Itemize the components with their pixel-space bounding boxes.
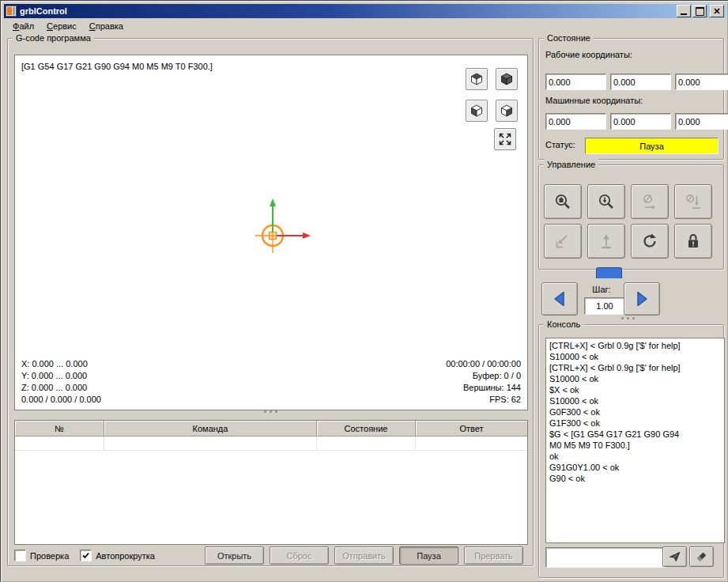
gcode-table: № Команда Состояние Ответ — [14, 420, 528, 545]
console-line: ok — [549, 451, 721, 462]
unlock-button[interactable] — [674, 224, 712, 259]
cube-top-icon — [470, 72, 484, 86]
control-group-title: Управление — [544, 159, 598, 170]
view-front-button[interactable] — [466, 100, 488, 122]
control-group: Управление — [538, 164, 724, 270]
viewport-table-splitter[interactable] — [8, 410, 533, 413]
send-icon — [668, 549, 681, 565]
minimize-icon — [681, 13, 687, 15]
clear-console-button[interactable] — [689, 546, 714, 567]
console-line: [CTRL+X] < Grbl 0.9g ['$' for help] — [549, 340, 721, 351]
console-line: $G < [G1 G54 G17 G21 G90 G94 — [549, 429, 721, 440]
cube-side-icon — [500, 104, 514, 118]
status-label: Статус: — [545, 140, 575, 149]
check-mode-label: Проверка — [30, 551, 69, 561]
minimize-button[interactable] — [677, 5, 691, 17]
view-top-button[interactable] — [466, 68, 488, 90]
safe-position-icon — [597, 232, 616, 251]
panel-splitter-dots[interactable] — [609, 317, 646, 319]
reset-file-button[interactable]: Сброс — [270, 546, 329, 565]
console-group-title: Консоль — [544, 319, 583, 330]
send-file-button[interactable]: Отправить — [334, 546, 394, 565]
title-bar[interactable]: grblControl — [4, 4, 726, 18]
col-header-response: Ответ — [416, 421, 527, 436]
stat-y-range: Y: 0.000 ... 0.000 — [21, 370, 101, 382]
machine-coords-label: Машинные координаты: — [545, 96, 643, 105]
autoscroll-checkbox[interactable]: Автопрокрутка — [80, 550, 155, 561]
check-icon — [81, 551, 90, 560]
viewport-stats-left: X: 0.000 ... 0.000 Y: 0.000 ... 0.000 Z:… — [21, 358, 101, 406]
zero-xy-button[interactable] — [631, 184, 669, 219]
console-line: $X < ok — [549, 384, 721, 395]
state-group-title: Состояние — [544, 32, 594, 43]
stat-vertices: Вершины: 144 — [446, 382, 521, 394]
z-probe-search-icon — [597, 192, 616, 211]
zero-z-button[interactable] — [674, 184, 712, 219]
col-header-state: Состояние — [317, 421, 416, 436]
restore-origin-icon — [553, 232, 572, 251]
view-buttons — [466, 68, 516, 122]
table-row[interactable] — [15, 436, 527, 451]
jog-right-icon — [632, 289, 652, 309]
close-button[interactable] — [710, 5, 724, 17]
console-line: S10000 < ok — [549, 351, 721, 362]
parser-state-text: [G1 G54 G17 G21 G90 G94 M0 M5 M9 T0 F300… — [21, 62, 213, 71]
control-buttons — [544, 184, 712, 259]
menu-service[interactable]: Сервис — [40, 20, 83, 33]
home-button[interactable] — [544, 184, 582, 219]
view-side-button[interactable] — [496, 100, 518, 122]
console-log[interactable]: [CTRL+X] < Grbl 0.9g ['$' for help] S100… — [545, 338, 725, 543]
machine-y-field — [610, 113, 671, 130]
work-y-field — [610, 74, 671, 90]
console-group: Консоль [CTRL+X] < Grbl 0.9g ['$' for he… — [538, 324, 724, 578]
abort-button[interactable]: Прервать — [464, 546, 523, 565]
restore-origin-button[interactable] — [544, 224, 582, 259]
reset-icon — [640, 232, 659, 251]
work-coords-row — [545, 74, 728, 90]
app-icon[interactable] — [6, 6, 17, 17]
work-z-field — [675, 74, 728, 90]
zero-z-icon — [684, 192, 703, 211]
checkbox-box-checked — [80, 550, 92, 561]
fit-view-button[interactable] — [494, 128, 516, 150]
gcode-bottom-bar: Проверка Автопрокрутка Открыть Сброс Отп… — [14, 546, 526, 565]
jog-left-button[interactable] — [541, 282, 578, 316]
command-input[interactable] — [545, 547, 666, 568]
window-controls — [677, 5, 724, 17]
state-group: Состояние Рабочие координаты: Машинные к… — [538, 38, 724, 160]
gcode-3d-viewport[interactable]: [G1 G54 G17 G21 G90 G94 M0 M5 M9 T0 F300… — [14, 55, 528, 410]
maximize-icon — [696, 7, 704, 16]
machine-coords-row — [545, 113, 728, 130]
stat-fps: FPS: 62 — [446, 394, 521, 406]
step-value-combo[interactable]: 1.00 — [584, 297, 625, 315]
open-button[interactable]: Открыть — [205, 546, 264, 565]
close-icon — [714, 8, 720, 14]
stat-dimensions: 0.000 / 0.000 / 0.000 — [21, 394, 101, 406]
jog-right-button[interactable] — [624, 282, 660, 316]
work-x-field — [545, 74, 606, 90]
view-isometric-button[interactable] — [496, 68, 518, 90]
console-line: [CTRL+X] < Grbl 0.9g ['$' for help] — [549, 362, 721, 373]
gcode-group: G-code программа [G1 G54 G17 G21 G90 G94… — [7, 38, 534, 566]
console-line: M0 M5 M9 T0 F300.] — [549, 440, 721, 451]
safe-position-button[interactable] — [587, 224, 625, 259]
stat-time: 00:00:00 / 00:00:00 — [446, 358, 521, 370]
maximize-button[interactable] — [692, 5, 707, 17]
send-command-button[interactable] — [662, 546, 687, 567]
window-title: grblControl — [20, 6, 677, 16]
check-mode-checkbox[interactable]: Проверка — [14, 550, 69, 561]
action-buttons: Открыть Сброс Отправить Пауза Прервать — [205, 546, 523, 565]
gcode-table-header: № Команда Состояние Ответ — [15, 421, 527, 436]
pause-button[interactable]: Пауза — [399, 546, 458, 565]
jog-up-button-clipped[interactable] — [596, 267, 622, 278]
cube-front-icon — [470, 104, 484, 118]
menu-file[interactable]: Файл — [6, 20, 40, 33]
zero-xy-icon — [640, 192, 659, 211]
reset-button[interactable] — [631, 224, 669, 259]
z-probe-button[interactable] — [587, 184, 625, 219]
menu-help[interactable]: Справка — [83, 20, 130, 33]
stat-buffer: Буфер: 0 / 0 — [446, 370, 521, 382]
eraser-icon — [695, 549, 708, 565]
console-line: G90 < ok — [549, 473, 721, 484]
console-line: G0F300 < ok — [549, 406, 721, 418]
